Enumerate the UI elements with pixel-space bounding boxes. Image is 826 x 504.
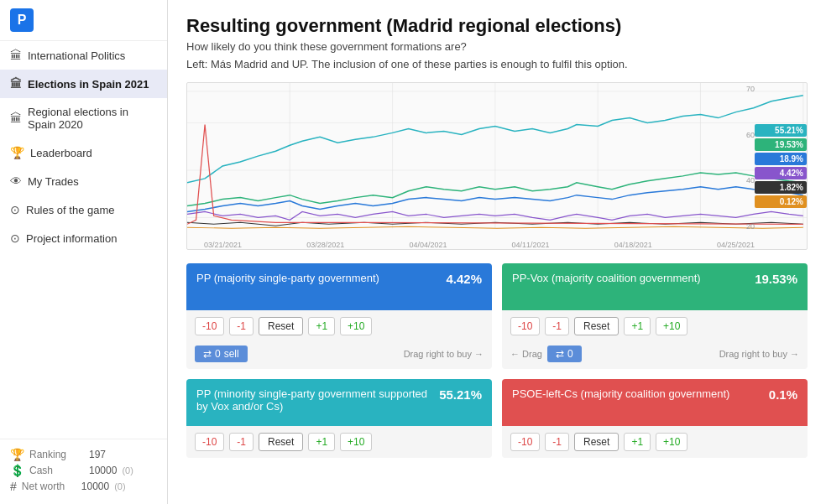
card-pp-vox-pct: 19.53% bbox=[755, 272, 797, 286]
psoe-pos10-button[interactable]: +10 bbox=[656, 433, 687, 451]
card-pp-minority-header: PP (minority single-party government sup… bbox=[186, 379, 492, 426]
ranking-label: Ranking bbox=[29, 449, 84, 460]
card-pp-vox-header: PP-Vox (majority coalition government) 1… bbox=[502, 263, 808, 310]
card-psoe-header: PSOE-left-Cs (majority coalition governm… bbox=[502, 379, 808, 426]
pp-vox-neg10-button[interactable]: -10 bbox=[510, 317, 540, 335]
pp-vox-trade-bar: ← Drag ⇄ 0 Drag right to buy → bbox=[502, 342, 808, 369]
nav-icon-elections-spain-2021: 🏛 bbox=[10, 77, 22, 91]
sidebar-item-leaderboard[interactable]: 🏆Leaderboard bbox=[0, 138, 167, 167]
pp-minority-reset-button[interactable]: Reset bbox=[259, 433, 303, 451]
card-pp-majority-pct: 4.42% bbox=[446, 272, 482, 286]
card-pp-vox-controls: -10 -1 Reset +1 +10 bbox=[502, 310, 808, 342]
nav-label-leaderboard: Leaderboard bbox=[30, 147, 92, 159]
pp-minority-neg10-button[interactable]: -10 bbox=[195, 433, 224, 451]
nav-label-project-info: Project information bbox=[26, 232, 117, 245]
cash-value: 10000 bbox=[89, 465, 117, 476]
pp-minority-pos1-button[interactable]: +1 bbox=[308, 433, 335, 451]
pp-majority-trade-button[interactable]: ⇄ 0 sell bbox=[195, 346, 248, 362]
pp-vox-pos1-button[interactable]: +1 bbox=[624, 317, 651, 335]
ranking-icon: 🏆 bbox=[10, 448, 24, 461]
card-pp-majority-controls: -10 -1 Reset +1 +10 bbox=[186, 310, 492, 342]
x-label-6: 04/25/2021 bbox=[717, 241, 755, 249]
y-label-40: 40 bbox=[746, 176, 755, 184]
pp-majority-neg1-button[interactable]: -1 bbox=[229, 317, 254, 335]
pp-vox-trade-count: 0 bbox=[567, 348, 573, 360]
trade-icon-2: ⇄ bbox=[556, 348, 564, 360]
nav-label-rules: Rules of the game bbox=[26, 204, 115, 216]
badge-purple: 4.42% bbox=[755, 167, 807, 179]
card-psoe: PSOE-left-Cs (majority coalition governm… bbox=[502, 379, 808, 458]
psoe-neg1-button[interactable]: -1 bbox=[545, 433, 569, 451]
pp-vox-reset-button[interactable]: Reset bbox=[574, 317, 619, 335]
psoe-neg10-button[interactable]: -10 bbox=[510, 433, 540, 451]
sidebar-item-my-trades[interactable]: 👁My Trades bbox=[0, 167, 167, 195]
y-axis-labels: 70 60 40 20 bbox=[738, 83, 755, 232]
pp-minority-neg1-button[interactable]: -1 bbox=[229, 433, 254, 451]
chart-svg bbox=[187, 83, 807, 249]
card-pp-vox: PP-Vox (majority coalition government) 1… bbox=[502, 263, 808, 369]
sidebar-item-international-politics[interactable]: 🏛International Politics bbox=[0, 41, 167, 70]
networth-label: Net worth bbox=[22, 481, 76, 492]
x-label-4: 04/11/2021 bbox=[512, 241, 550, 249]
pp-majority-trade-bar: ⇄ 0 sell Drag right to buy → bbox=[186, 342, 492, 369]
pp-vox-pos10-button[interactable]: +10 bbox=[656, 317, 687, 335]
chart-labels: 55.21% 19.53% 18.9% 4.42% 1.82% 0.12% bbox=[755, 83, 807, 249]
sidebar-item-project-info[interactable]: ⊙Project information bbox=[0, 224, 167, 252]
main-content: Resulting government (Madrid regional el… bbox=[168, 0, 826, 504]
pp-vox-trade-button[interactable]: ⇄ 0 bbox=[547, 346, 582, 362]
pp-vox-neg1-button[interactable]: -1 bbox=[545, 317, 569, 335]
card-pp-minority: PP (minority single-party government sup… bbox=[186, 379, 492, 458]
nav-icon-regional-elections-spain-2020: 🏛 bbox=[10, 112, 22, 125]
badge-dark: 1.82% bbox=[755, 181, 807, 194]
x-label-2: 03/28/2021 bbox=[306, 241, 344, 249]
badge-blue: 18.9% bbox=[755, 153, 807, 165]
cash-sub: (0) bbox=[122, 465, 133, 475]
pp-majority-pos1-button[interactable]: +1 bbox=[308, 317, 335, 335]
chart-container: 70 60 40 20 bbox=[186, 82, 808, 250]
psoe-reset-button[interactable]: Reset bbox=[574, 433, 619, 451]
networth-sub: (0) bbox=[114, 481, 125, 491]
cash-label: Cash bbox=[29, 465, 84, 476]
sidebar-item-regional-elections-spain-2020[interactable]: 🏛Regional elections in Spain 2020 bbox=[0, 98, 167, 138]
page-note: Left: Más Madrid and UP. The inclusion o… bbox=[186, 58, 808, 70]
pp-minority-pos10-button[interactable]: +10 bbox=[340, 433, 372, 451]
card-pp-majority-label: PP (majority single-party government) bbox=[196, 272, 379, 284]
sidebar-item-rules[interactable]: ⊙Rules of the game bbox=[0, 195, 167, 224]
sidebar-logo[interactable]: P bbox=[10, 8, 34, 32]
y-label-70: 70 bbox=[746, 85, 755, 93]
sidebar-header: P bbox=[0, 0, 167, 41]
card-psoe-controls: -10 -1 Reset +1 +10 bbox=[502, 426, 808, 458]
sidebar-footer: 🏆 Ranking 197 💲 Cash 10000 (0) # Net wor… bbox=[0, 439, 167, 504]
page-title: Resulting government (Madrid regional el… bbox=[186, 15, 808, 37]
pp-majority-trade-count: 0 bbox=[215, 348, 221, 360]
card-pp-minority-pct: 55.21% bbox=[439, 387, 482, 402]
sidebar: P 🏛International Politics🏛Elections in S… bbox=[0, 0, 168, 504]
pp-majority-neg10-button[interactable]: -10 bbox=[195, 317, 224, 335]
nav-icon-leaderboard: 🏆 bbox=[10, 146, 24, 159]
x-label-3: 04/04/2021 bbox=[409, 241, 447, 249]
networth-icon: # bbox=[10, 480, 17, 493]
nav-icon-my-trades: 👁 bbox=[10, 174, 22, 188]
card-pp-majority: PP (majority single-party government) 4.… bbox=[186, 263, 492, 369]
card-pp-minority-label: PP (minority single-party government sup… bbox=[196, 387, 432, 413]
psoe-pos1-button[interactable]: +1 bbox=[624, 433, 651, 451]
pp-vox-drag-sell: ← Drag bbox=[510, 349, 542, 359]
sidebar-item-elections-spain-2021[interactable]: 🏛Elections in Spain 2021 bbox=[0, 70, 167, 98]
pp-majority-drag-hint: Drag right to buy → bbox=[253, 349, 484, 359]
card-pp-majority-header: PP (majority single-party government) 4.… bbox=[186, 263, 492, 310]
pp-majority-reset-button[interactable]: Reset bbox=[259, 317, 303, 335]
y-label-20: 20 bbox=[746, 222, 755, 231]
card-pp-minority-controls: -10 -1 Reset +1 +10 bbox=[186, 426, 492, 458]
card-psoe-label: PSOE-left-Cs (majority coalition governm… bbox=[512, 387, 729, 400]
nav-icon-rules: ⊙ bbox=[10, 203, 20, 216]
pp-majority-pos10-button[interactable]: +10 bbox=[340, 317, 372, 335]
nav-label-international-politics: International Politics bbox=[28, 49, 125, 62]
badge-green: 19.53% bbox=[755, 138, 807, 151]
trade-icon: ⇄ bbox=[203, 348, 212, 360]
sidebar-nav: 🏛International Politics🏛Elections in Spa… bbox=[0, 41, 167, 439]
pp-vox-drag-hint: Drag right to buy → bbox=[587, 349, 799, 359]
cash-icon: 💲 bbox=[10, 464, 24, 477]
nav-icon-international-politics: 🏛 bbox=[10, 49, 22, 62]
networth-value: 10000 bbox=[81, 481, 109, 492]
nav-label-elections-spain-2021: Elections in Spain 2021 bbox=[28, 78, 149, 91]
